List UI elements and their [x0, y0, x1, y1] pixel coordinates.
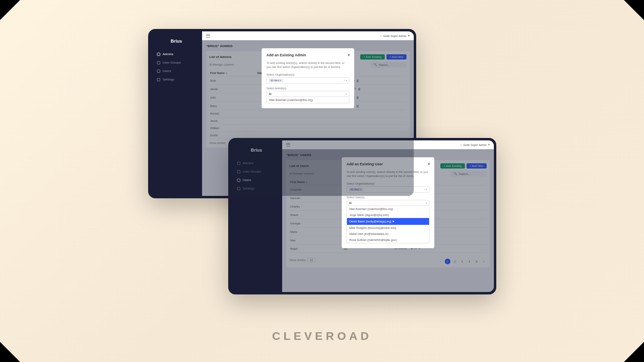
sidebar-item-label: User Groups	[163, 61, 181, 64]
user-menu[interactable]: ○Suite Super Admin▾	[460, 143, 490, 146]
decor-corner	[0, 0, 20, 20]
dropdown-option[interactable]: Mae Bowman (ovamhon@lino.org)	[267, 97, 349, 103]
add-existing-admin-modal: Add an Existing Admin × To add existing …	[262, 48, 354, 108]
admins-icon	[157, 53, 160, 56]
org-select[interactable]: 3D Med × × ▾	[266, 77, 349, 84]
admin-dropdown: Mae Bowman (ovamhon@lino.org)	[266, 97, 349, 103]
dropdown-option[interactable]: Rosa Sullivan (mahnefoh@lvjatu.gov)	[347, 237, 429, 243]
dropdown-option[interactable]: Mae Bowman (ovamhon@lino.org)	[347, 206, 429, 212]
sidebar: Brius AdminsUser GroupsUsersSettings	[151, 31, 202, 196]
dropdown-option[interactable]: Mabel Hart (iro@bawwaskis.io)	[347, 231, 429, 237]
sidebar-item-settings[interactable]: Settings	[153, 75, 200, 84]
dropdown-option[interactable]: Derek Baker (bodip@lebagoj.org) ➤	[347, 218, 429, 225]
admin-select[interactable]: Al ▾	[266, 91, 349, 97]
dropdown-option[interactable]: Jorge Mann (tagovi@njhoj.edu)	[347, 212, 429, 218]
user-select[interactable]: Al ▾	[347, 200, 429, 206]
sidebar-item-user-groups[interactable]: User Groups	[153, 58, 200, 67]
users-icon	[157, 70, 160, 73]
sidebar-item-label: Settings	[163, 78, 174, 81]
org-label: Select Organization(s)	[266, 73, 349, 76]
org-chip: 3D Med ×	[269, 79, 283, 82]
sidebar-item-label: Users	[163, 69, 171, 73]
modal-overlay: Add an Existing Admin × To add existing …	[202, 40, 414, 196]
menu-icon[interactable]	[206, 34, 210, 37]
settings-icon	[157, 78, 160, 81]
close-icon[interactable]: ×	[427, 161, 430, 167]
user-label: Select User(s)	[347, 196, 429, 199]
decor-corner	[0, 342, 20, 362]
sidebar-item-users[interactable]: Users	[153, 67, 200, 75]
decor-corner	[624, 342, 644, 362]
sidebar-item-label: Admins	[163, 52, 173, 56]
brand-logo: Brius	[151, 36, 202, 50]
watermark: CLEVEROAD	[272, 330, 372, 343]
decor-corner	[624, 0, 644, 20]
user-menu[interactable]: ○Suite Super Admin▾	[380, 34, 410, 37]
close-icon[interactable]: ×	[347, 52, 350, 58]
modal-title: Add an Existing Admin	[266, 53, 349, 57]
dropdown-option[interactable]: Mike Rodgers (esozomoj@rotob.edu)	[347, 225, 429, 231]
sidebar-item-admins[interactable]: Admins	[153, 50, 200, 58]
admin-label: Select Admin(s)	[266, 87, 349, 90]
user-groups-icon	[157, 61, 160, 64]
user-dropdown: Mae Bowman (ovamhon@lino.org)Jorge Mann …	[347, 206, 429, 243]
topbar: ○Suite Super Admin▾	[202, 31, 414, 40]
modal-description: To add existing Admin(s), search directl…	[266, 61, 349, 69]
device-frame-admins: Brius AdminsUser GroupsUsersSettings ○Su…	[148, 29, 416, 198]
